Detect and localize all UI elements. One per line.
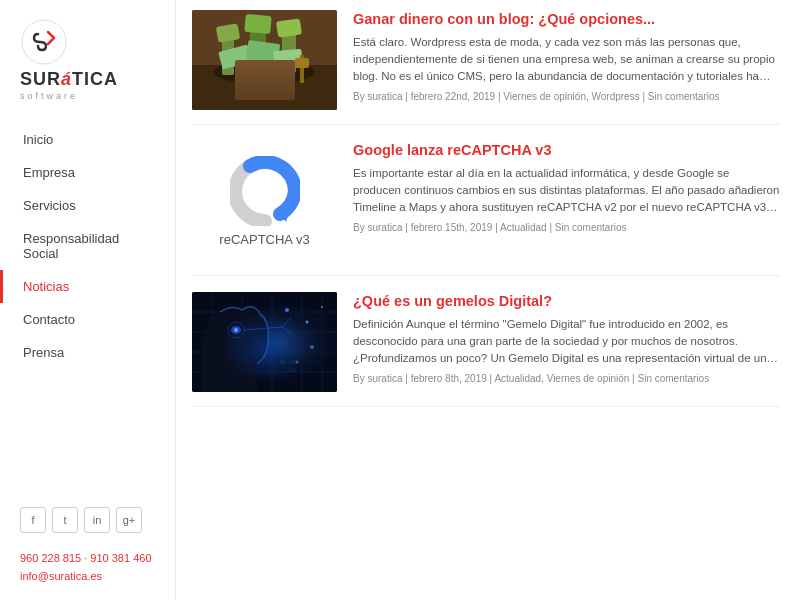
contact-info: 960 228 815 · 910 381 460 info@suratica.… [0,545,175,600]
linkedin-icon[interactable]: in [84,507,110,533]
brand-tagline: software [20,91,78,101]
money-image-svg [192,10,337,110]
nav-item-noticias[interactable]: Noticias [0,270,175,303]
svg-point-28 [231,326,241,334]
post-category-1[interactable]: Viernes de opinión, Wordpress [503,91,639,102]
svg-rect-2 [192,65,337,110]
phone-link[interactable]: 960 228 815 · 910 381 460 [20,549,155,568]
svg-line-32 [282,317,292,327]
post-meta-3: By suratica | febrero 8th, 2019 | Actual… [353,373,780,384]
svg-point-29 [234,328,238,332]
post-excerpt-3: Definición Aunque el término "Gemelo Dig… [353,316,780,368]
post-item-digital: 01 10 110 ¿Qué es un gemelos Digital? De… [192,292,780,407]
svg-text:110: 110 [287,367,296,373]
main-content: Ganar dinero con un blog: ¿Qué opciones.… [176,0,800,600]
svg-rect-7 [244,14,271,34]
svg-point-37 [310,345,314,349]
post-title-2[interactable]: Google lanza reCAPTCHA v3 [353,141,780,160]
svg-line-31 [244,327,282,330]
post-item-recaptcha: reCAPTCHA v3 Google lanza reCAPTCHA v3 E… [192,141,780,276]
twitter-icon[interactable]: t [52,507,78,533]
post-body-1: Ganar dinero con un blog: ¿Qué opciones.… [353,10,780,102]
post-meta-2: By suratica | febrero 15th, 2019 | Actua… [353,222,780,233]
post-category-3[interactable]: Actualidad, Viernes de opinión [494,373,629,384]
post-comments-3[interactable]: Sin comentarios [637,373,709,384]
svg-text:01 10: 01 10 [280,359,295,365]
logo-icon [20,18,68,66]
post-excerpt-2: Es importante estar al día en la actuali… [353,165,780,217]
svg-point-35 [306,321,309,324]
googleplus-icon[interactable]: g+ [116,507,142,533]
post-item: Ganar dinero con un blog: ¿Qué opciones.… [192,10,780,125]
post-excerpt-1: Está claro. Wordpress esta de moda, y ca… [353,34,780,86]
post-author-1[interactable]: suratica [367,91,402,102]
email-link[interactable]: info@suratica.es [20,567,155,586]
svg-line-33 [282,327,292,334]
svg-point-36 [321,306,323,308]
post-image-digital: 01 10 110 [192,292,337,392]
recaptcha-label: reCAPTCHA v3 [219,232,309,247]
logo-area: SURáTICA software [0,0,175,113]
post-comments-2[interactable]: Sin comentarios [555,222,627,233]
svg-point-34 [285,308,289,312]
post-image-money [192,10,337,110]
post-body-2: Google lanza reCAPTCHA v3 Es importante … [353,141,780,233]
social-icons: f t in g+ [0,495,175,545]
post-author-2[interactable]: suratica [367,222,402,233]
nav-item-servicios[interactable]: Servicios [0,189,175,222]
nav-item-empresa[interactable]: Empresa [0,156,175,189]
brand-name: SURáTICA [20,70,118,90]
nav-item-inicio[interactable]: Inicio [0,123,175,156]
nav-item-prensa[interactable]: Prensa [0,336,175,369]
post-body-3: ¿Qué es un gemelos Digital? Definición A… [353,292,780,384]
nav-menu: Inicio Empresa Servicios Responsabilidad… [0,123,175,495]
post-meta-1: By suratica | febrero 22nd, 2019 | Viern… [353,91,780,102]
svg-rect-14 [295,58,309,68]
facebook-icon[interactable]: f [20,507,46,533]
recaptcha-image-wrapper: reCAPTCHA v3 [192,141,337,261]
post-title-3[interactable]: ¿Qué es un gemelos Digital? [353,292,780,311]
nav-item-contacto[interactable]: Contacto [0,303,175,336]
svg-rect-9 [276,18,302,37]
svg-point-30 [228,322,244,338]
post-title-1[interactable]: Ganar dinero con un blog: ¿Qué opciones.… [353,10,780,29]
sidebar: SURáTICA software Inicio Empresa Servici… [0,0,176,600]
post-author-3[interactable]: suratica [367,373,402,384]
post-comments-1[interactable]: Sin comentarios [648,91,720,102]
svg-point-38 [296,361,299,364]
svg-point-16 [249,175,281,207]
post-category-2[interactable]: Actualidad [500,222,547,233]
recaptcha-logo [230,156,300,226]
nav-item-responsabilidad[interactable]: Responsabilidad Social [0,222,175,270]
